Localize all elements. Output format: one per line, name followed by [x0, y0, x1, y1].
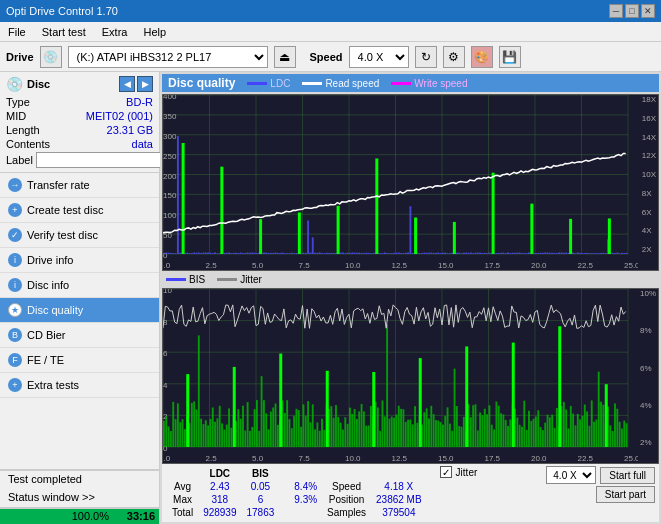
- total-bis: 17863: [243, 507, 279, 518]
- jitter-color: [217, 278, 237, 281]
- save-button[interactable]: 💾: [499, 46, 521, 68]
- max-ldc: 318: [199, 494, 240, 505]
- create-test-disc-icon: +: [8, 203, 22, 217]
- sidebar-item-verify-test-disc[interactable]: ✓ Verify test disc: [0, 223, 159, 248]
- legend-jitter: Jitter: [217, 274, 262, 285]
- speed-dropdown[interactable]: 4.0 X: [546, 466, 596, 484]
- max-bis: 6: [243, 494, 279, 505]
- max-position: 23862 MB: [372, 494, 426, 505]
- sidebar-item-drive-info[interactable]: i Drive info: [0, 248, 159, 273]
- ldc-label: LDC: [270, 78, 290, 89]
- top-chart-canvas: [163, 95, 638, 270]
- jitter-checkbox[interactable]: ✓: [440, 466, 452, 478]
- mid-value: MEIT02 (001): [86, 110, 153, 122]
- bis-color: [166, 278, 186, 281]
- progress-time: 33:16: [127, 510, 155, 522]
- window-controls: ─ □ ✕: [609, 4, 655, 18]
- minimize-button[interactable]: ─: [609, 4, 623, 18]
- menu-extra[interactable]: Extra: [98, 25, 132, 39]
- sidebar-item-fe-te[interactable]: F FE / TE: [0, 348, 159, 373]
- read-speed-label: Read speed: [325, 78, 379, 89]
- eject-button[interactable]: ⏏: [274, 46, 296, 68]
- speed-static-label: Speed: [323, 481, 370, 492]
- main-content: 💿 Disc ◀ ▶ Type BD-R MID MEIT02 (001) Le…: [0, 72, 661, 524]
- disc-info-icon: i: [8, 278, 22, 292]
- avg-bis: 0.05: [243, 481, 279, 492]
- bis-col-header: BIS: [243, 468, 279, 479]
- samples-label: Samples: [323, 507, 370, 518]
- start-part-button[interactable]: Start part: [596, 486, 655, 503]
- completed-text: Test completed: [0, 470, 159, 487]
- contents-label: Contents: [6, 138, 50, 150]
- legend-bis: BIS: [166, 274, 205, 285]
- avg-label: Avg: [168, 481, 197, 492]
- sidebar-item-cd-bier[interactable]: B CD Bier: [0, 323, 159, 348]
- type-value: BD-R: [126, 96, 153, 108]
- bis-label: BIS: [189, 274, 205, 285]
- drive-bar: Drive 💿 (K:) ATAPI iHBS312 2 PL17 ⏏ Spee…: [0, 42, 661, 72]
- charts-container: 18X 16X 14X 12X 10X 8X 6X 4X 2X BIS: [162, 94, 659, 464]
- color-button[interactable]: 🎨: [471, 46, 493, 68]
- start-full-button[interactable]: Start full: [600, 467, 655, 484]
- close-button[interactable]: ✕: [641, 4, 655, 18]
- refresh-button[interactable]: ↻: [415, 46, 437, 68]
- top-chart: 18X 16X 14X 12X 10X 8X 6X 4X 2X: [162, 94, 659, 271]
- transfer-rate-icon: →: [8, 178, 22, 192]
- disc-quality-label: Disc quality: [27, 304, 83, 316]
- read-speed-color: [302, 82, 322, 85]
- stats-section: LDC BIS Avg 2.43 0.05 8.4% Speed 4.18 X: [162, 464, 659, 522]
- maximize-button[interactable]: □: [625, 4, 639, 18]
- disc-icon-btn2[interactable]: ▶: [137, 76, 153, 92]
- status-window-button[interactable]: Status window >>: [0, 487, 159, 508]
- total-samples: 379504: [372, 507, 426, 518]
- menu-file[interactable]: File: [4, 25, 30, 39]
- bottom-chart-canvas: [163, 289, 638, 463]
- legend-read-speed: Read speed: [302, 78, 379, 89]
- disc-info-label: Disc info: [27, 279, 69, 291]
- bottom-chart: 10% 8% 6% 4% 2%: [162, 288, 659, 464]
- label-input[interactable]: [36, 152, 169, 168]
- speed-label: Speed: [310, 51, 343, 63]
- options-button[interactable]: ⚙: [443, 46, 465, 68]
- drive-select[interactable]: (K:) ATAPI iHBS312 2 PL17: [68, 46, 268, 68]
- sidebar: 💿 Disc ◀ ▶ Type BD-R MID MEIT02 (001) Le…: [0, 72, 160, 524]
- disc-icon-btn1[interactable]: ◀: [119, 76, 135, 92]
- jitter-label: Jitter: [240, 274, 262, 285]
- total-label: Total: [168, 507, 197, 518]
- verify-test-disc-label: Verify test disc: [27, 229, 98, 241]
- sidebar-item-extra-tests[interactable]: + Extra tests: [0, 373, 159, 398]
- cd-bier-icon: B: [8, 328, 22, 342]
- total-ldc: 928939: [199, 507, 240, 518]
- write-speed-color: [391, 82, 411, 85]
- length-label: Length: [6, 124, 40, 136]
- bottom-legend: BIS Jitter: [162, 273, 659, 286]
- chart-title: Disc quality: [168, 76, 235, 90]
- nav-items: → Transfer rate + Create test disc ✓ Ver…: [0, 173, 159, 469]
- mid-label: MID: [6, 110, 26, 122]
- create-test-disc-label: Create test disc: [27, 204, 103, 216]
- sidebar-item-transfer-rate[interactable]: → Transfer rate: [0, 173, 159, 198]
- speed-row: 4.0 X Start full: [546, 466, 655, 484]
- fe-te-icon: F: [8, 353, 22, 367]
- app-title: Opti Drive Control 1.70: [6, 5, 118, 17]
- disc-section: 💿 Disc ◀ ▶ Type BD-R MID MEIT02 (001) Le…: [0, 72, 159, 173]
- menu-help[interactable]: Help: [139, 25, 170, 39]
- extra-tests-icon: +: [8, 378, 22, 392]
- write-speed-label: Write speed: [414, 78, 467, 89]
- title-bar: Opti Drive Control 1.70 ─ □ ✕: [0, 0, 661, 22]
- max-jitter: 9.3%: [290, 494, 321, 505]
- sidebar-item-create-test-disc[interactable]: + Create test disc: [0, 198, 159, 223]
- drive-icon[interactable]: 💿: [40, 46, 62, 68]
- sidebar-item-disc-info[interactable]: i Disc info: [0, 273, 159, 298]
- chart-header: Disc quality LDC Read speed Write speed: [162, 74, 659, 92]
- speed-select[interactable]: 4.0 X: [349, 46, 409, 68]
- menu-bar: File Start test Extra Help: [0, 22, 661, 42]
- right-controls: 4.0 X Start full Start part: [546, 466, 655, 503]
- disc-quality-icon: ★: [8, 303, 22, 317]
- jitter-section: ✓ Jitter: [440, 466, 478, 478]
- menu-start-test[interactable]: Start test: [38, 25, 90, 39]
- ldc-col-header: LDC: [199, 468, 240, 479]
- sidebar-item-disc-quality[interactable]: ★ Disc quality: [0, 298, 159, 323]
- fe-te-label: FE / TE: [27, 354, 64, 366]
- length-value: 23.31 GB: [107, 124, 153, 136]
